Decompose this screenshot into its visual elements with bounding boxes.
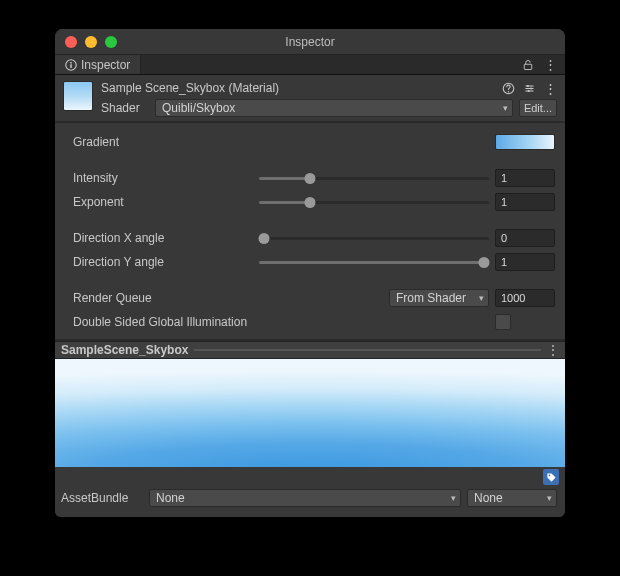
exponent-slider[interactable] — [259, 193, 489, 211]
prop-gradient: Gradient — [73, 133, 555, 151]
assetbundle-variant-dropdown[interactable]: None — [467, 489, 557, 507]
svg-rect-2 — [70, 62, 72, 64]
window-title: Inspector — [55, 35, 565, 49]
tab-bar: Inspector ⋮ — [55, 55, 565, 75]
preview-header: SampleScene_Skybox ⋮ — [55, 341, 565, 359]
render-queue-dropdown[interactable]: From Shader — [389, 289, 489, 307]
material-title: Sample Scene_Skybox (Material) — [101, 81, 502, 95]
inspector-window: Inspector Inspector ⋮ Sample Scene_Skybo… — [55, 29, 565, 517]
assetbundle-label: AssetBundle — [61, 491, 143, 505]
intensity-field[interactable]: 1 — [495, 169, 555, 187]
preview-divider — [194, 349, 541, 351]
preview-name: SampleScene_Skybox — [61, 343, 188, 357]
material-properties: Gradient Intensity 1 Exponent 1 Directio… — [55, 123, 565, 341]
svg-rect-1 — [70, 64, 72, 68]
render-queue-field[interactable]: 1000 — [495, 289, 555, 307]
prop-render-queue: Render Queue From Shader 1000 — [73, 289, 555, 307]
direction-x-slider[interactable] — [259, 229, 489, 247]
lock-icon[interactable] — [522, 59, 534, 71]
prop-direction-y: Direction Y angle 1 — [73, 253, 555, 271]
close-icon[interactable] — [65, 36, 77, 48]
exponent-field[interactable]: 1 — [495, 193, 555, 211]
material-thumbnail[interactable] — [63, 81, 93, 111]
prop-dsgi: Double Sided Global Illumination — [73, 313, 555, 331]
info-icon — [65, 59, 77, 71]
direction-y-field[interactable]: 1 — [495, 253, 555, 271]
svg-point-7 — [530, 87, 532, 89]
tab-label: Inspector — [81, 58, 130, 72]
assetbundle-row: AssetBundle None None — [55, 487, 565, 515]
help-icon[interactable] — [502, 82, 515, 95]
footer: AssetBundle None None — [55, 467, 565, 517]
material-preview[interactable] — [55, 359, 565, 467]
svg-point-5 — [508, 91, 509, 92]
material-header: Sample Scene_Skybox (Material) ⋮ Shader … — [55, 75, 565, 121]
svg-point-9 — [548, 474, 550, 476]
assetbundle-name-dropdown[interactable]: None — [149, 489, 461, 507]
window-controls — [65, 36, 117, 48]
direction-x-field[interactable]: 0 — [495, 229, 555, 247]
prop-exponent: Exponent 1 — [73, 193, 555, 211]
zoom-icon[interactable] — [105, 36, 117, 48]
settings-icon[interactable] — [523, 82, 536, 95]
component-menu-icon[interactable]: ⋮ — [544, 82, 557, 95]
intensity-slider[interactable] — [259, 169, 489, 187]
preview-menu-icon[interactable]: ⋮ — [547, 343, 559, 357]
svg-rect-3 — [524, 64, 532, 69]
label-icon[interactable] — [543, 469, 559, 485]
svg-point-8 — [528, 89, 530, 91]
minimize-icon[interactable] — [85, 36, 97, 48]
titlebar: Inspector — [55, 29, 565, 55]
shader-label: Shader — [101, 101, 149, 115]
dsgi-checkbox[interactable] — [495, 314, 511, 330]
gradient-swatch[interactable] — [495, 134, 555, 150]
edit-shader-button[interactable]: Edit... — [519, 99, 557, 117]
panel-menu-icon[interactable]: ⋮ — [544, 58, 557, 71]
prop-intensity: Intensity 1 — [73, 169, 555, 187]
svg-point-6 — [527, 85, 529, 87]
shader-dropdown[interactable]: Quibli/Skybox — [155, 99, 513, 117]
tab-inspector[interactable]: Inspector — [55, 55, 141, 74]
direction-y-slider[interactable] — [259, 253, 489, 271]
prop-direction-x: Direction X angle 0 — [73, 229, 555, 247]
